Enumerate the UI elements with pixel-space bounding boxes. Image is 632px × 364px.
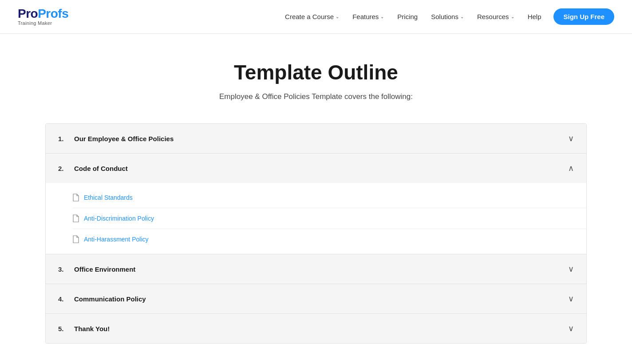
document-icon — [72, 214, 79, 222]
chevron-down-icon: ⌄ — [336, 14, 339, 19]
accordion: 1.Our Employee & Office Policies∨2.Code … — [45, 123, 587, 344]
accordion-item: 5.Thank You!∨ — [46, 314, 586, 343]
accordion-item: 3.Office Environment∨ — [46, 254, 586, 284]
accordion-number: 4. — [58, 295, 68, 303]
sub-item-label[interactable]: Ethical Standards — [84, 194, 133, 201]
nav-features[interactable]: Features ⌄ — [347, 9, 389, 24]
page-subtitle: Employee & Office Policies Template cove… — [45, 92, 587, 101]
accordion-header[interactable]: 5.Thank You!∨ — [46, 314, 586, 343]
nav-links: Create a Course ⌄ Features ⌄ Pricing Sol… — [280, 8, 614, 25]
chevron-down-icon: ⌄ — [380, 14, 384, 19]
accordion-title: Office Environment — [74, 265, 135, 273]
document-icon — [72, 194, 79, 202]
chevron-down-icon: ⌄ — [460, 14, 464, 19]
accordion-item: 4.Communication Policy∨ — [46, 284, 586, 314]
accordion-number: 2. — [58, 165, 68, 172]
navbar: ProProfs Training Maker Create a Course … — [0, 0, 632, 34]
accordion-content: Ethical Standards Anti-Discrimination Po… — [46, 183, 586, 254]
chevron-down-icon: ∨ — [568, 264, 574, 274]
logo-profs: Profs — [38, 7, 68, 20]
accordion-title: Our Employee & Office Policies — [74, 135, 174, 142]
accordion-title: Thank You! — [74, 325, 110, 332]
nav-resources[interactable]: Resources ⌄ — [472, 9, 520, 24]
accordion-number: 3. — [58, 265, 68, 273]
accordion-header[interactable]: 4.Communication Policy∨ — [46, 284, 586, 313]
accordion-header[interactable]: 1.Our Employee & Office Policies∨ — [46, 124, 586, 153]
accordion-title: Code of Conduct — [74, 165, 128, 172]
accordion-item: 1.Our Employee & Office Policies∨ — [46, 124, 586, 154]
logo[interactable]: ProProfs Training Maker — [18, 8, 68, 26]
signup-button[interactable]: Sign Up Free — [553, 8, 614, 25]
accordion-title: Communication Policy — [74, 295, 146, 303]
list-item: Anti-Discrimination Policy — [72, 208, 586, 229]
accordion-number: 1. — [58, 135, 68, 142]
nav-help[interactable]: Help — [522, 9, 547, 24]
accordion-item: 2.Code of Conduct∧ Ethical Standards Ant… — [46, 154, 586, 254]
nav-pricing[interactable]: Pricing — [392, 9, 423, 24]
logo-pro: Pro — [18, 7, 38, 20]
document-icon — [72, 235, 79, 243]
sub-item-label[interactable]: Anti-Harassment Policy — [84, 236, 149, 243]
nav-solutions[interactable]: Solutions ⌄ — [426, 9, 469, 24]
list-item: Ethical Standards — [72, 187, 586, 208]
sub-item-label[interactable]: Anti-Discrimination Policy — [84, 215, 154, 222]
accordion-header[interactable]: 3.Office Environment∨ — [46, 254, 586, 284]
accordion-number: 5. — [58, 325, 68, 332]
chevron-down-icon: ∨ — [568, 134, 574, 143]
chevron-up-icon: ∧ — [568, 163, 574, 173]
accordion-header[interactable]: 2.Code of Conduct∧ — [46, 154, 586, 183]
nav-create-course[interactable]: Create a Course ⌄ — [280, 9, 344, 24]
chevron-down-icon: ∨ — [568, 294, 574, 304]
chevron-down-icon: ⌄ — [511, 14, 514, 19]
list-item: Anti-Harassment Policy — [72, 229, 586, 249]
logo-subtitle: Training Maker — [18, 21, 52, 26]
page-title: Template Outline — [45, 60, 587, 84]
main-content: Template Outline Employee & Office Polic… — [28, 34, 604, 364]
chevron-down-icon: ∨ — [568, 324, 574, 333]
